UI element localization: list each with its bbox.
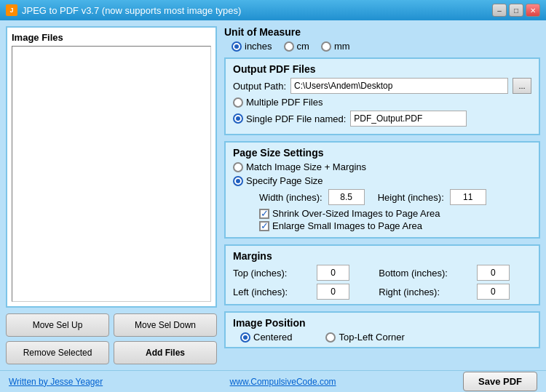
output-path-label: Output Path:: [233, 81, 286, 92]
unit-inches-option[interactable]: inches: [232, 41, 272, 52]
top-left-label: Top-Left Corner: [339, 332, 404, 343]
enlarge-label: Enlarge Small Images to Page Area: [272, 220, 422, 231]
right-margin-input[interactable]: [477, 284, 510, 300]
page-size-title: Page Size Settings: [233, 147, 531, 159]
single-pdf-option[interactable]: Single PDF File named:: [233, 113, 346, 124]
width-input[interactable]: [328, 189, 365, 205]
add-files-button[interactable]: Add Files: [114, 341, 217, 364]
shrink-checkbox-row[interactable]: Shrink Over-Sized Images to Page Area: [259, 208, 531, 219]
unit-of-measure-section: Unit of Measure inches cm mm: [224, 26, 540, 52]
move-down-button[interactable]: Move Sel Down: [114, 313, 217, 337]
margins-grid: Top (inches): Bottom (inches): Left (inc…: [233, 265, 531, 300]
remove-selected-button[interactable]: Remove Selected: [6, 341, 109, 364]
unit-inches-label: inches: [245, 41, 272, 52]
dimensions-row: Width (inches): Height (inches):: [259, 189, 531, 205]
single-pdf-name-input[interactable]: [350, 111, 467, 127]
unit-mm-label: mm: [334, 41, 350, 52]
output-pdf-section: Output PDF Files Output Path: ... Multip…: [224, 57, 540, 135]
footer: Written by Jesse Yeager www.CompulsiveCo…: [0, 370, 546, 392]
match-image-radio[interactable]: [233, 162, 243, 172]
btn-row-1: Move Sel Up Move Sel Down: [6, 313, 217, 337]
left-panel: Image Files Move Sel Up Move Sel Down Re…: [6, 26, 217, 364]
multiple-pdf-label: Multiple PDF Files: [246, 97, 323, 108]
image-list[interactable]: [12, 46, 211, 302]
centered-label: Centered: [253, 332, 292, 343]
match-image-label: Match Image Size + Margins: [246, 161, 366, 172]
width-label: Width (inches):: [259, 192, 323, 203]
unit-cm-radio[interactable]: [284, 41, 294, 52]
unit-inches-radio[interactable]: [232, 41, 242, 52]
bottom-label: Bottom (inches):: [379, 268, 470, 279]
app-icon: J: [6, 4, 17, 16]
maximize-button[interactable]: □: [509, 4, 523, 17]
image-files-group: Image Files: [6, 26, 217, 308]
close-button[interactable]: ✕: [526, 4, 540, 17]
top-label: Top (inches):: [233, 268, 309, 279]
image-files-label: Image Files: [12, 32, 211, 43]
image-position-title: Image Position: [233, 317, 531, 329]
unit-mm-option[interactable]: mm: [321, 41, 350, 52]
output-path-input[interactable]: [290, 78, 508, 94]
image-position-section: Image Position Centered Top-Left Corner: [224, 311, 540, 348]
specify-page-row: Specify Page Size: [233, 175, 531, 186]
centered-radio[interactable]: [240, 332, 250, 343]
single-pdf-radio[interactable]: [233, 113, 243, 124]
height-input[interactable]: [450, 189, 486, 205]
title-bar-left: J JPEG to PDF v3.7 (now supports most im…: [6, 4, 241, 16]
page-size-section: Page Size Settings Match Image Size + Ma…: [224, 141, 540, 239]
minimize-button[interactable]: –: [492, 4, 507, 17]
unit-mm-radio[interactable]: [321, 41, 331, 52]
website-link[interactable]: www.CompulsiveCode.com: [230, 377, 336, 387]
app-title: JPEG to PDF v3.7 (now supports most imag…: [22, 5, 241, 16]
title-controls: – □ ✕: [492, 4, 540, 17]
unit-cm-label: cm: [297, 41, 309, 52]
specify-page-label: Specify Page Size: [246, 175, 323, 186]
centered-option[interactable]: Centered: [240, 332, 292, 343]
shrink-checkbox[interactable]: [259, 209, 269, 219]
enlarge-checkbox-row[interactable]: Enlarge Small Images to Page Area: [259, 220, 531, 231]
margins-title: Margins: [233, 250, 531, 262]
btn-row-2: Remove Selected Add Files: [6, 341, 217, 364]
multiple-pdf-option[interactable]: Multiple PDF Files: [233, 97, 323, 108]
unit-of-measure-title: Unit of Measure: [224, 26, 540, 38]
unit-radio-row: inches cm mm: [232, 41, 540, 52]
unit-cm-option[interactable]: cm: [284, 41, 309, 52]
height-label: Height (inches):: [378, 192, 444, 203]
left-buttons: Move Sel Up Move Sel Down Remove Selecte…: [6, 313, 217, 364]
margins-section: Margins Top (inches): Bottom (inches): L…: [224, 244, 540, 305]
single-pdf-row: Single PDF File named:: [233, 111, 531, 127]
right-panel: Unit of Measure inches cm mm Output PDF …: [224, 26, 540, 364]
multiple-pdf-radio[interactable]: [233, 97, 243, 108]
output-pdf-title: Output PDF Files: [233, 63, 531, 75]
single-pdf-label: Single PDF File named:: [246, 113, 346, 124]
top-left-option[interactable]: Top-Left Corner: [325, 332, 404, 343]
save-pdf-button[interactable]: Save PDF: [463, 372, 537, 391]
shrink-label: Shrink Over-Sized Images to Page Area: [272, 208, 440, 219]
left-margin-input[interactable]: [317, 284, 349, 300]
specify-page-radio[interactable]: [233, 176, 243, 186]
match-image-option[interactable]: Match Image Size + Margins: [233, 161, 366, 172]
top-left-radio[interactable]: [325, 332, 336, 343]
browse-button[interactable]: ...: [513, 78, 531, 94]
enlarge-checkbox[interactable]: [259, 221, 269, 231]
position-radio-row: Centered Top-Left Corner: [240, 332, 531, 343]
top-margin-input[interactable]: [317, 265, 349, 281]
match-image-row: Match Image Size + Margins: [233, 161, 531, 172]
title-bar: J JPEG to PDF v3.7 (now supports most im…: [0, 0, 546, 20]
main-content: Image Files Move Sel Up Move Sel Down Re…: [0, 20, 546, 370]
bottom-margin-input[interactable]: [477, 265, 510, 281]
output-path-row: Output Path: ...: [233, 78, 531, 94]
specify-page-option[interactable]: Specify Page Size: [233, 175, 323, 186]
credit-text[interactable]: Written by Jesse Yeager: [9, 377, 103, 387]
move-up-button[interactable]: Move Sel Up: [6, 313, 109, 337]
multiple-pdf-row: Multiple PDF Files: [233, 97, 531, 108]
left-label: Left (inches):: [233, 287, 309, 297]
right-label: Right (inches):: [379, 287, 470, 297]
